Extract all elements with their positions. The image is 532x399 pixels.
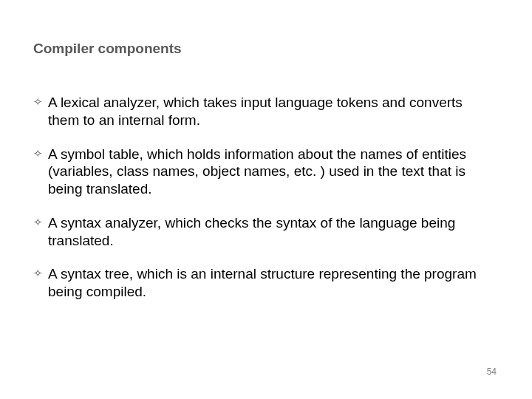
list-item: ✧ A symbol table, which holds informatio… (33, 146, 495, 198)
slide: Compiler components ✧ A lexical analyzer… (0, 0, 532, 399)
list-item: ✧ A syntax analyzer, which checks the sy… (33, 214, 495, 250)
bullet-text: A symbol table, which holds information … (48, 146, 495, 198)
diamond-bullet-icon: ✧ (33, 147, 48, 161)
diamond-bullet-icon: ✧ (33, 95, 48, 109)
bullet-list: ✧ A lexical analyzer, which takes input … (33, 94, 495, 301)
bullet-text: A lexical analyzer, which takes input la… (48, 94, 495, 129)
page-number: 54 (487, 366, 497, 377)
bullet-text: A syntax tree, which is an internal stru… (48, 265, 495, 301)
list-item: ✧ A syntax tree, which is an internal st… (33, 265, 495, 301)
diamond-bullet-icon: ✧ (33, 216, 48, 230)
bullet-text: A syntax analyzer, which checks the synt… (48, 214, 495, 250)
list-item: ✧ A lexical analyzer, which takes input … (33, 94, 495, 129)
diamond-bullet-icon: ✧ (33, 267, 48, 281)
slide-title: Compiler components (33, 41, 495, 57)
